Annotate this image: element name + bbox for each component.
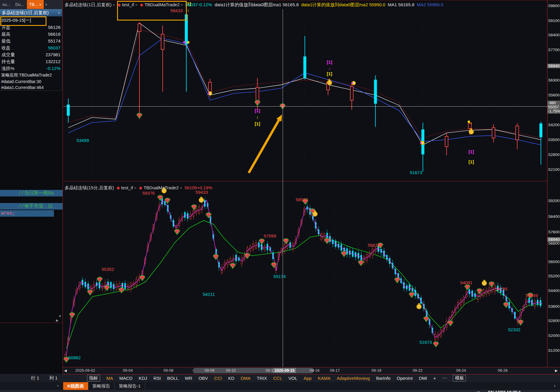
close-icon[interactable]: ×	[58, 11, 60, 15]
watermelon-marker	[448, 321, 453, 326]
watermelon-seed	[161, 197, 161, 198]
close-icon[interactable]: ×	[135, 3, 138, 7]
collapse-down-icon[interactable]: ▼	[58, 314, 62, 318]
watermelon-marker	[140, 275, 145, 281]
axis-tick-label: 56940	[547, 64, 560, 68]
quote-value: 56037	[48, 45, 60, 51]
watermelon-marker	[518, 320, 523, 325]
watermelon-seed	[91, 292, 91, 292]
toolbar-item-BOLL[interactable]: BOLL	[167, 376, 178, 381]
toolbar-item-OBV[interactable]: OBV	[198, 376, 208, 381]
indicator-toolbar: 行 1 列 1 指标MAMACDKDJRSIBOLLWROBVCCIKDDMAT…	[0, 374, 560, 382]
toolbar-item-MACD[interactable]: MACD	[119, 376, 133, 381]
watermelon-seed	[232, 266, 232, 266]
close-icon[interactable]: ×	[39, 2, 42, 7]
window-tab-Du[interactable]: Du...	[13, 0, 27, 9]
tab-more-icon[interactable]: ›	[44, 0, 48, 9]
toolbar-item-RSI[interactable]: RSI	[153, 376, 161, 381]
toolbar-item-MA[interactable]: MA	[106, 376, 113, 381]
workspace-tab-1[interactable]: 策略报告-1	[115, 382, 145, 390]
quote-label: 最低	[1, 38, 10, 44]
col-indicator: 列 1	[49, 375, 58, 381]
signal-label: ↓	[328, 65, 331, 71]
scroll-left-icon[interactable]: ◀	[64, 368, 67, 373]
toolbar-item-CCL[interactable]: CCL	[273, 376, 282, 381]
date-tick-label: 09-08	[164, 368, 173, 373]
axis-tick-label: 55200	[548, 274, 560, 278]
strategy-info-line: 策略应用:TBDualMaTrade2	[0, 72, 62, 79]
toolbar-item-KDJ[interactable]: KDJ	[139, 376, 147, 381]
m15-candlestick-chart[interactable]: 5937659433585025709956618553525517454211…	[63, 182, 547, 367]
indicator-test-if[interactable]: test_if	[121, 185, 133, 190]
daily-candlestick-chart[interactable]: [1]↑[1][1]↓[1]↓↑[1][1][1]↓59433534995167…	[63, 9, 547, 181]
watermelon-seed	[140, 115, 141, 116]
quote-label: 持仓量	[1, 59, 15, 65]
watermelon-marker	[424, 316, 429, 322]
close-icon[interactable]: ×	[180, 186, 182, 190]
close-icon[interactable]: ×	[134, 186, 137, 190]
toolbar-item-[interactable]: +	[433, 376, 436, 381]
watermelon-seed	[215, 257, 216, 257]
toolbar-item-[interactable]: 指标	[87, 375, 100, 382]
scroll-right-icon[interactable]: ▶	[555, 368, 558, 373]
tab-overflow-left-icon[interactable]: ›	[57, 383, 59, 388]
tab-overflow-right-icon[interactable]: ›	[554, 383, 556, 388]
toolbar-item-TRIX[interactable]: TRIX	[257, 376, 267, 381]
date-axis[interactable]: 2025-09-0209-0409-0809-0909-1009-1209-16…	[63, 367, 560, 374]
watermelon-marker	[137, 113, 142, 118]
watermelon-marker	[140, 275, 145, 281]
axis-tick-label: 56000	[548, 260, 560, 264]
toolbar-item-BarInfo[interactable]: BarInfo	[376, 376, 390, 381]
watermelon-marker	[324, 238, 330, 244]
toolbar-item-VOL[interactable]: VOL	[288, 376, 297, 381]
toolbar-item-DMA[interactable]: DMA	[241, 376, 251, 381]
watermelon-marker	[259, 239, 265, 244]
expand-right-icon[interactable]: ▶	[56, 318, 58, 322]
workspace-tab-K[interactable]: K线图表	[63, 382, 88, 390]
watermelon-seed	[425, 319, 426, 319]
quote-panel-title: 多晶硅连续(1日,后复权)	[2, 10, 49, 16]
toolbar-item-WR[interactable]: WR	[185, 376, 192, 381]
toolbar-item-DMI[interactable]: DMI	[419, 376, 427, 381]
watermelon-seed	[396, 280, 397, 280]
watermelon-seed	[195, 207, 195, 207]
close-icon[interactable]: ×	[181, 3, 183, 7]
toolbar-item-[interactable]: 模板	[453, 375, 466, 382]
toolbar-item-App[interactable]: App	[304, 376, 312, 381]
price-label: 51673	[410, 170, 422, 175]
watermelon-marker	[503, 302, 509, 308]
watermelon-marker	[213, 254, 219, 260]
watermelon-seed	[66, 359, 66, 360]
watermelon-seed	[168, 200, 169, 201]
daily-chart-header: 多晶硅连续(1日,后复权)× ◆test_if× ◆TBDualMaTrade2…	[65, 2, 444, 8]
toolbar-item-KAMA[interactable]: KAMA	[318, 376, 331, 381]
lantern-marker	[417, 303, 421, 309]
m15-price-change: 56105+0.19%	[185, 185, 212, 190]
watermelon-marker	[409, 292, 414, 298]
watermelon-marker	[341, 252, 347, 257]
axis-tick-label: 58400	[548, 214, 560, 219]
sidebar-divider	[0, 323, 63, 323]
row-col-status: 行 1 列 1	[31, 375, 57, 381]
signal-label: ↓	[328, 76, 331, 81]
toolbar-item-KD[interactable]: KD	[228, 376, 234, 381]
indicator-test-if[interactable]: test_if	[122, 2, 134, 7]
workspace-tab-[interactable]: 策略报告	[88, 382, 115, 390]
layer-note-ma2: data1计算的值放到data0图层ma2 55950.0	[301, 2, 385, 7]
window-tab-su[interactable]: su...	[0, 0, 13, 9]
window-tab-TB[interactable]: TB...×	[27, 0, 44, 9]
watermelon-seed	[468, 287, 469, 287]
chart-panel[interactable]: 多晶硅连续(1日,后复权)× ◆test_if× ◆TBDualMaTrade2…	[63, 0, 560, 374]
toolbar-item-OpenInt[interactable]: OpenInt	[397, 376, 413, 381]
indicator-tbdualmatrade2[interactable]: TBDualMaTrade2	[144, 185, 179, 190]
indicator-tbdualmatrade2[interactable]: TBDualMaTrade2	[144, 2, 180, 7]
close-icon[interactable]: ×	[113, 3, 115, 7]
toolbar-item-CCI[interactable]: CCI	[214, 376, 222, 381]
watermelon-seed	[412, 294, 413, 295]
quote-info-panel: 多晶硅连续(1日,后复权) × 2025-09-15[一] 开盘56126最高5…	[0, 9, 62, 91]
toolbar-item-AdaptiveMovavg[interactable]: AdaptiveMovavg	[337, 376, 370, 381]
crosshair-horizontal-line	[63, 106, 547, 107]
lantern-marker	[199, 197, 204, 202]
signal-label: [1]	[327, 71, 332, 76]
toolbar-item-[interactable]: ⋯	[442, 375, 447, 381]
